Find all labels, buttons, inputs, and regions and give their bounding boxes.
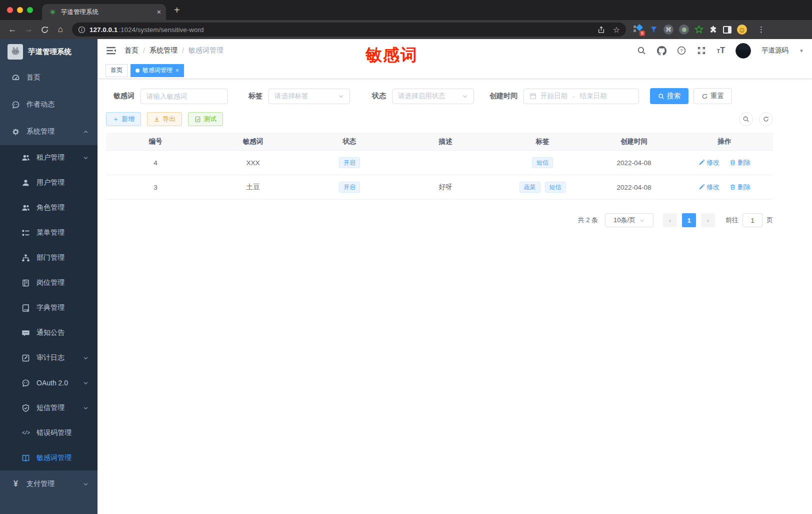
tab-close-icon[interactable]: ×: [176, 67, 179, 74]
page-unit-label: 页: [766, 216, 773, 225]
sidebar-item-label: 审计日志: [36, 353, 64, 362]
sidebar-item-tenant[interactable]: 租户管理: [0, 145, 98, 170]
tab-sensitive-word[interactable]: 敏感词管理 ×: [130, 64, 184, 77]
extension-record-icon[interactable]: [679, 25, 689, 35]
sidebar-item-sensitive-word[interactable]: 敏感词管理: [0, 445, 98, 470]
back-icon[interactable]: ←: [5, 22, 20, 37]
sidebar-item-user[interactable]: 用户管理: [0, 170, 98, 195]
bookmark-star-icon[interactable]: ☆: [613, 25, 620, 35]
date-range-picker[interactable]: 开始日期 - 结束日期: [524, 89, 639, 104]
forward-icon[interactable]: →: [21, 22, 36, 37]
sidebar-item-role[interactable]: 角色管理: [0, 195, 98, 220]
add-button[interactable]: ＋ 新增: [106, 112, 141, 126]
sidebar-item-label: 短信管理: [36, 403, 64, 412]
reload-icon[interactable]: [37, 22, 52, 37]
help-icon[interactable]: ?: [677, 46, 686, 56]
github-icon[interactable]: [657, 46, 666, 56]
share-icon[interactable]: [598, 26, 605, 34]
sidebar-item-sms[interactable]: 短信管理: [0, 395, 98, 420]
sidebar-item-payment[interactable]: ¥ 支付管理: [0, 470, 98, 497]
log-edit-icon: [22, 354, 30, 362]
user-avatar[interactable]: [736, 43, 751, 59]
tab-home[interactable]: 首页: [106, 64, 128, 77]
next-page-button[interactable]: ›: [701, 213, 715, 227]
sidebar: 芋道管理系统 首页 作者动态 系统管理: [0, 39, 98, 514]
status-select[interactable]: 请选择启用状态: [392, 89, 474, 104]
delete-link[interactable]: 删除: [730, 158, 750, 167]
user-caret-down-icon[interactable]: ▼: [799, 48, 804, 54]
font-size-icon[interactable]: TT: [717, 46, 726, 55]
browser-menu-icon[interactable]: ⋮: [758, 25, 766, 34]
page-size-select[interactable]: 10条/页: [605, 213, 654, 227]
date-end-placeholder: 结束日期: [580, 92, 607, 101]
breadcrumb-home[interactable]: 首页: [124, 46, 138, 55]
site-info-icon[interactable]: [78, 26, 86, 34]
sidebar-item-menu[interactable]: 菜单管理: [0, 220, 98, 245]
extension-diamond-icon[interactable]: 9: [633, 24, 644, 35]
show-search-toggle-button[interactable]: [739, 112, 753, 126]
chevron-down-icon: [83, 481, 88, 487]
page-1-button[interactable]: 1: [682, 213, 696, 227]
calendar-icon: [530, 93, 536, 100]
search-icon[interactable]: [637, 46, 646, 56]
edit-link[interactable]: 修改: [698, 158, 720, 167]
maximize-window-button[interactable]: [27, 7, 33, 13]
sidebar-item-dict[interactable]: 字典管理: [0, 295, 98, 320]
extension-funnel-icon[interactable]: [650, 26, 658, 34]
minimize-window-button[interactable]: [17, 7, 23, 13]
extension-star-icon[interactable]: [694, 25, 704, 34]
sidebar-item-label: OAuth 2.0: [36, 379, 68, 387]
extensions-puzzle-icon[interactable]: [709, 26, 718, 34]
edit-link[interactable]: 修改: [698, 183, 720, 192]
prev-page-button[interactable]: ‹: [663, 213, 677, 227]
reset-button[interactable]: 重置: [694, 88, 732, 104]
code-icon: </>: [22, 429, 30, 437]
export-button[interactable]: 导出: [147, 112, 182, 126]
sidebar-item-home[interactable]: 首页: [0, 64, 98, 91]
sidebar-item-label: 作者动态: [26, 100, 54, 109]
sidebar-item-dept[interactable]: 部门管理: [0, 245, 98, 270]
cell-created: 2022-04-08: [592, 159, 676, 167]
side-panel-icon[interactable]: [723, 26, 732, 34]
home-icon[interactable]: ⌂: [53, 22, 68, 37]
breadcrumb-current: 敏感词管理: [188, 46, 224, 55]
user-name[interactable]: 芋道源码: [762, 46, 788, 55]
tab-close-icon[interactable]: ×: [157, 8, 161, 16]
sidebar-item-author[interactable]: 作者动态: [0, 91, 98, 118]
close-window-button[interactable]: [7, 7, 13, 13]
reset-button-label: 重置: [710, 92, 724, 101]
chevron-down-icon: [640, 218, 645, 223]
edit-link-label: 修改: [706, 158, 720, 167]
tenants-icon: [22, 154, 30, 162]
goto-label: 前往: [726, 216, 738, 225]
keyword-input[interactable]: [146, 93, 222, 100]
profile-avatar-icon[interactable]: ☺: [737, 25, 747, 35]
browser-tab-strip: 芋道管理系统 × +: [0, 0, 812, 20]
sidebar-item-post[interactable]: 岗位管理: [0, 270, 98, 295]
sidebar-item-notice[interactable]: 通知公告: [0, 320, 98, 345]
new-tab-button[interactable]: +: [174, 5, 180, 16]
test-button[interactable]: 测试: [188, 112, 223, 126]
sidebar-item-audit-log[interactable]: 审计日志: [0, 345, 98, 370]
refresh-table-button[interactable]: [759, 112, 773, 126]
total-count: 共 2 条: [578, 216, 598, 225]
tab-label: 首页: [110, 66, 122, 75]
extension-command-icon[interactable]: ⌘: [664, 25, 674, 35]
cell-word: XXX: [205, 159, 301, 167]
sidebar-item-label: 用户管理: [36, 178, 64, 187]
url-bar[interactable]: 127.0.0.1 :1024/system/sensitive-word ☆: [72, 23, 626, 37]
sidebar-item-system[interactable]: 系统管理: [0, 118, 98, 145]
search-button[interactable]: 搜索: [650, 88, 688, 104]
tag-select[interactable]: 请选择标签: [268, 89, 350, 104]
browser-tab[interactable]: 芋道管理系统 ×: [42, 4, 166, 20]
fullscreen-icon[interactable]: [697, 46, 706, 56]
yen-icon: ¥: [12, 480, 20, 488]
breadcrumb-system[interactable]: 系统管理: [150, 46, 178, 55]
sidebar-item-oauth[interactable]: OAuth 2.0: [0, 370, 98, 395]
collapse-sidebar-icon[interactable]: [106, 45, 116, 56]
sidebar-item-errcode[interactable]: </> 错误码管理: [0, 420, 98, 445]
delete-link[interactable]: 删除: [730, 183, 750, 192]
date-start-placeholder: 开始日期: [540, 92, 568, 101]
cell-word: 土豆: [205, 183, 301, 192]
goto-page-input[interactable]: [742, 213, 762, 227]
